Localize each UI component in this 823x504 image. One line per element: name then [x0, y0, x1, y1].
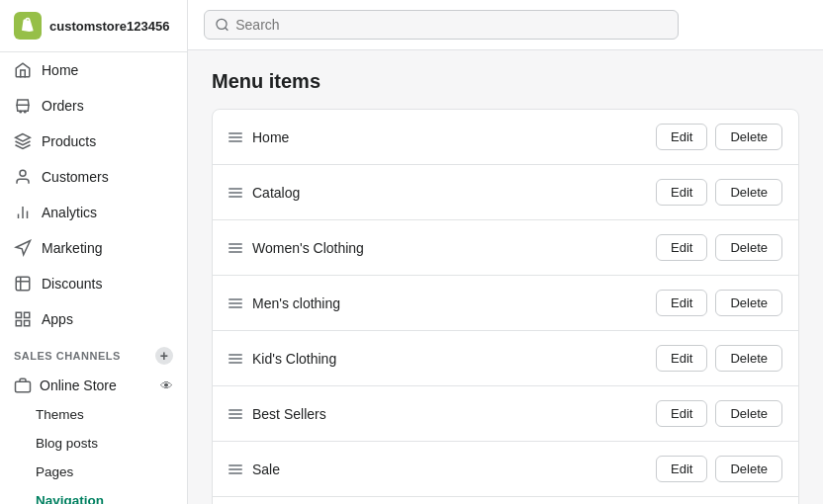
delete-button[interactable]: Delete [715, 124, 782, 150]
menu-row: Best Sellers Edit Delete [213, 386, 798, 442]
customers-icon [14, 168, 32, 186]
row-actions: Edit Delete [656, 456, 782, 482]
menu-item-name: Kid's Clothing [252, 351, 646, 367]
sub-nav-label: Blog posts [36, 436, 98, 451]
sidebar-item-orders[interactable]: Orders [0, 88, 187, 124]
sidebar-item-label: Analytics [42, 205, 97, 220]
sidebar-item-customers[interactable]: Customers [0, 159, 187, 195]
svg-rect-8 [25, 312, 30, 317]
sidebar-item-label: Products [42, 133, 96, 149]
sub-nav-label: Themes [36, 407, 84, 422]
row-actions: Edit Delete [656, 400, 782, 427]
sidebar-item-products[interactable]: Products [0, 124, 187, 159]
edit-button[interactable]: Edit [656, 124, 707, 150]
svg-point-3 [20, 170, 26, 176]
sidebar-item-apps[interactable]: Apps [0, 301, 187, 337]
delete-button[interactable]: Delete [715, 179, 782, 206]
sidebar: customstore123456 Home Orders Products C… [0, 0, 188, 504]
row-actions: Edit Delete [656, 345, 782, 372]
online-store-icon [14, 377, 32, 394]
analytics-icon [14, 204, 32, 221]
page-title: Menu items [212, 70, 799, 93]
drag-handle[interactable] [229, 409, 242, 419]
drag-handle[interactable] [229, 188, 242, 198]
search-icon [215, 17, 229, 33]
menu-row: Kid's Clothing Edit Delete [213, 331, 798, 386]
svg-rect-10 [25, 321, 30, 326]
menu-item-name: Best Sellers [252, 406, 646, 422]
delete-button[interactable]: Delete [715, 400, 782, 427]
orders-icon [14, 97, 32, 115]
menu-row: Women's Clothing Edit Delete [213, 220, 798, 276]
drag-handle[interactable] [229, 132, 242, 142]
svg-point-12 [217, 19, 227, 29]
sidebar-header: customstore123456 [0, 0, 187, 52]
delete-button[interactable]: Delete [715, 234, 782, 261]
delete-button[interactable]: Delete [715, 290, 782, 316]
menu-card: Home Edit Delete Catalog Edit Delete Wom… [212, 109, 799, 504]
add-menu-item-row[interactable]: ⊞ Add menu item [213, 496, 798, 504]
sidebar-sub-item-pages[interactable]: Pages [0, 458, 187, 486]
sidebar-item-label: Orders [42, 98, 84, 114]
sidebar-item-analytics[interactable]: Analytics [0, 195, 187, 230]
delete-button[interactable]: Delete [715, 456, 782, 482]
online-store-item[interactable]: Online Store 👁 [0, 369, 187, 400]
menu-item-name: Sale [252, 462, 646, 477]
sidebar-item-label: Customers [42, 169, 109, 185]
drag-handle[interactable] [229, 354, 242, 364]
sub-nav-label: Navigation [36, 493, 104, 504]
menu-item-name: Women's Clothing [252, 240, 646, 256]
products-icon [14, 132, 32, 150]
drag-handle[interactable] [229, 243, 242, 253]
sidebar-item-label: Discounts [42, 276, 102, 292]
sidebar-item-discounts[interactable]: Discounts [0, 266, 187, 301]
edit-button[interactable]: Edit [656, 456, 707, 482]
edit-button[interactable]: Edit [656, 290, 707, 316]
discounts-icon [14, 275, 32, 293]
edit-button[interactable]: Edit [656, 179, 707, 206]
sidebar-item-home[interactable]: Home [0, 52, 187, 88]
menu-row: Home Edit Delete [213, 110, 798, 165]
svg-rect-9 [16, 321, 21, 326]
sales-channels-header: SALES CHANNELS + [0, 337, 187, 369]
menu-row: Men's clothing Edit Delete [213, 276, 798, 331]
search-box[interactable] [204, 10, 679, 40]
row-actions: Edit Delete [656, 179, 782, 206]
svg-rect-7 [16, 312, 21, 317]
menu-row: Catalog Edit Delete [213, 165, 798, 220]
online-store-label: Online Store [40, 378, 152, 393]
top-bar [188, 0, 823, 50]
home-icon [14, 61, 32, 79]
sidebar-item-label: Apps [42, 311, 73, 327]
delete-button[interactable]: Delete [715, 345, 782, 372]
sidebar-sub-item-themes[interactable]: Themes [0, 400, 187, 429]
edit-button[interactable]: Edit [656, 234, 707, 261]
sidebar-sub-item-blog-posts[interactable]: Blog posts [0, 429, 187, 458]
row-actions: Edit Delete [656, 124, 782, 150]
edit-button[interactable]: Edit [656, 400, 707, 427]
svg-rect-11 [16, 381, 31, 392]
apps-icon [14, 310, 32, 328]
sub-nav-list: ThemesBlog postsPagesNavigationDomainsPr… [0, 400, 187, 504]
sidebar-item-marketing[interactable]: Marketing [0, 230, 187, 266]
edit-button[interactable]: Edit [656, 345, 707, 372]
svg-marker-2 [16, 134, 31, 142]
sidebar-sub-item-navigation[interactable]: Navigation [0, 486, 187, 504]
drag-handle[interactable] [229, 464, 242, 474]
menu-rows: Home Edit Delete Catalog Edit Delete Wom… [213, 110, 798, 496]
menu-row: Sale Edit Delete [213, 442, 798, 496]
drag-handle[interactable] [229, 298, 242, 308]
menu-item-name: Home [252, 129, 646, 145]
sidebar-item-label: Marketing [42, 240, 102, 256]
eye-icon: 👁 [160, 378, 173, 393]
menu-item-name: Men's clothing [252, 295, 646, 311]
marketing-icon [14, 239, 32, 257]
row-actions: Edit Delete [656, 290, 782, 316]
add-channel-button[interactable]: + [155, 347, 173, 365]
search-input[interactable] [235, 17, 668, 33]
sub-nav-label: Pages [36, 464, 73, 479]
store-name: customstore123456 [49, 19, 169, 34]
sidebar-item-label: Home [42, 62, 78, 78]
nav-list: Home Orders Products Customers Analytics… [0, 52, 187, 337]
shopify-logo [14, 12, 42, 40]
